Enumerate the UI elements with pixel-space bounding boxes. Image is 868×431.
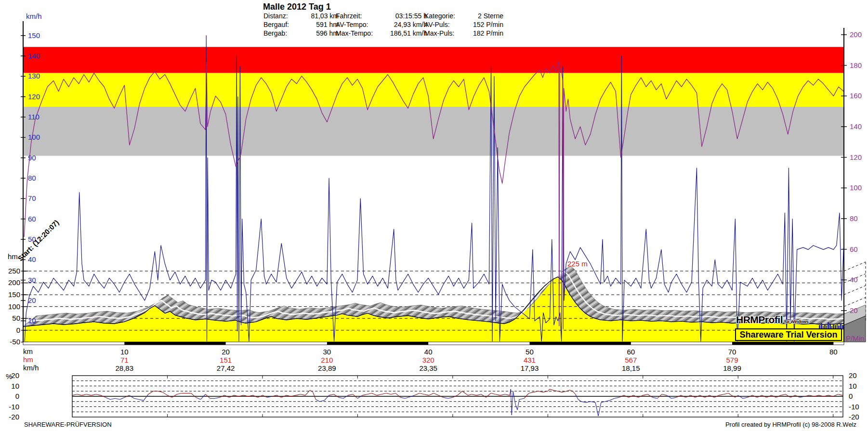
hr-zone (23, 73, 844, 107)
stat-value: 81,03 km (298, 12, 339, 20)
speed-axis-tick-label: 100 (28, 133, 40, 141)
speed-axis-tick-label: 130 (28, 72, 40, 80)
kmh-value-label: 27,42 (217, 364, 235, 372)
distance-scale-segment (529, 342, 631, 345)
stat-row: Bergauf:591 hm (263, 20, 339, 29)
kmh-value-label: 18,99 (723, 364, 741, 372)
depth-gridline (844, 262, 866, 271)
distance-mark-label: 30 (323, 348, 331, 356)
gradient-segment (524, 393, 529, 399)
kmh-value-label: 28,83 (116, 364, 134, 372)
kmh-value-label: 17,93 (521, 364, 539, 372)
hm-row-label: hm (23, 355, 33, 364)
gradient-segment (391, 393, 395, 394)
kmh-value-label: 18,15 (622, 364, 640, 372)
gradient-segment (191, 393, 196, 398)
gradient-segment (738, 395, 743, 398)
gradient-segment (120, 397, 125, 399)
kmh-value-label: 23,35 (419, 364, 437, 372)
speed-axis-tick-label: 60 (28, 215, 36, 223)
trial-banner-text: Shareware Trial Version (739, 330, 837, 340)
gradient-segment (643, 394, 648, 395)
gradient-segment (486, 393, 491, 398)
gradient-segment (548, 389, 550, 391)
gradient-segment (339, 397, 343, 398)
gradient-segment (595, 403, 598, 416)
stat-label: Distanz: (263, 12, 298, 20)
distance-mark-label: 40 (424, 348, 433, 356)
gradient-segment (172, 394, 177, 397)
gradient-segment (448, 397, 453, 398)
kmh-value-label: 23,89 (318, 364, 336, 372)
speed-axis-tick-label: 20 (28, 296, 36, 304)
hm-value-label: 431 (524, 356, 536, 364)
gradient-segment (381, 393, 386, 394)
stat-row: Bergab:596 hm (263, 29, 339, 38)
stats-column-2: Fahrzeit:03:15:55 h AV-Tempo:24,93 km/h … (336, 12, 427, 38)
footer-right: Profil created by HRMProfil (c) 98-2008 … (725, 421, 856, 428)
gradient-segment (598, 403, 601, 416)
distance-mark-label: 60 (627, 348, 635, 356)
stat-label: Bergauf: (263, 20, 298, 29)
gradient-segment (357, 395, 362, 398)
gradient-segment (367, 393, 372, 394)
gradient-axis-unit-label: % (6, 372, 12, 380)
stat-label: AV-Tempo: (336, 20, 383, 29)
hm-axis-tick-label: 250 (8, 267, 20, 275)
gradient-segment (134, 398, 139, 399)
gradient-segment (405, 395, 415, 398)
gradient-segment (434, 393, 438, 395)
gradient-segment (515, 405, 517, 410)
distance-mark-label: 80 (829, 348, 838, 356)
hm-axis-tick-label: 50 (12, 314, 20, 322)
hrmprofil-logo: HRMProfilfür Windows (736, 314, 809, 326)
hm-axis-tick-label: 200 (8, 278, 20, 287)
gradient-segment (838, 394, 843, 395)
gradient-segment (148, 391, 153, 394)
depth-gridline (844, 286, 866, 295)
gradient-segment (139, 399, 144, 400)
gradient-segment (115, 398, 120, 399)
distance-row-label: km (23, 347, 33, 355)
pulse-axis-tick-label: 20 (850, 306, 858, 314)
stat-value: 591 hm (298, 20, 339, 29)
gradient-segment (505, 394, 510, 395)
stat-row: Max-Tempo:186,51 km/h (336, 29, 427, 38)
footer-left: SHAREWARE-PRÜFVERSION (24, 421, 112, 428)
hm-value-label: 567 (625, 356, 637, 364)
distance-mark-label: 20 (222, 348, 230, 356)
gradient-segment (517, 399, 519, 410)
hm-axis-tick-label: -50 (10, 338, 20, 346)
gradient-axis-tick-label-left: 20 (11, 371, 19, 379)
logo-tagline: für Windows (784, 319, 809, 324)
gradient-segment (781, 394, 786, 395)
page-title: Malle 2012 Tag 1 (263, 2, 331, 12)
stat-label: Bergab: (263, 29, 298, 38)
gradient-segment (481, 394, 486, 397)
gradient-axis-tick-label-left: -20 (9, 413, 19, 421)
stat-label: Max-Puls: (424, 29, 466, 38)
gradient-segment (377, 394, 381, 395)
pulse-axis-tick-label: 40 (850, 275, 858, 284)
speed-axis-tick-label: 150 (28, 31, 40, 39)
pulse-axis-unit-label: P/Min (846, 334, 864, 342)
gradient-segment (610, 398, 615, 400)
gradient-segment (329, 394, 334, 395)
kmh-row-label: km/h (23, 364, 39, 372)
speed-axis-tick-label: 80 (28, 174, 36, 182)
stat-label: Kategorie: (424, 12, 466, 20)
stat-value: 186,51 km/h (383, 29, 427, 38)
gradient-axis-tick-label-right: 0 (849, 392, 853, 400)
depth-gridline (844, 298, 866, 307)
peak-annotation: 225 m (567, 260, 588, 268)
gradient-segment (313, 392, 316, 399)
speed-axis-tick-label: 90 (28, 154, 36, 162)
stat-value: 2 Sterne (466, 12, 503, 20)
hr-zone (23, 107, 844, 156)
gradient-segment (343, 395, 348, 398)
gradient-segment (648, 394, 653, 397)
gradient-segment (215, 397, 220, 398)
stat-row: Fahrzeit:03:15:55 h (336, 12, 427, 20)
gradient-segment (472, 394, 476, 395)
gradient-segment (491, 393, 496, 394)
